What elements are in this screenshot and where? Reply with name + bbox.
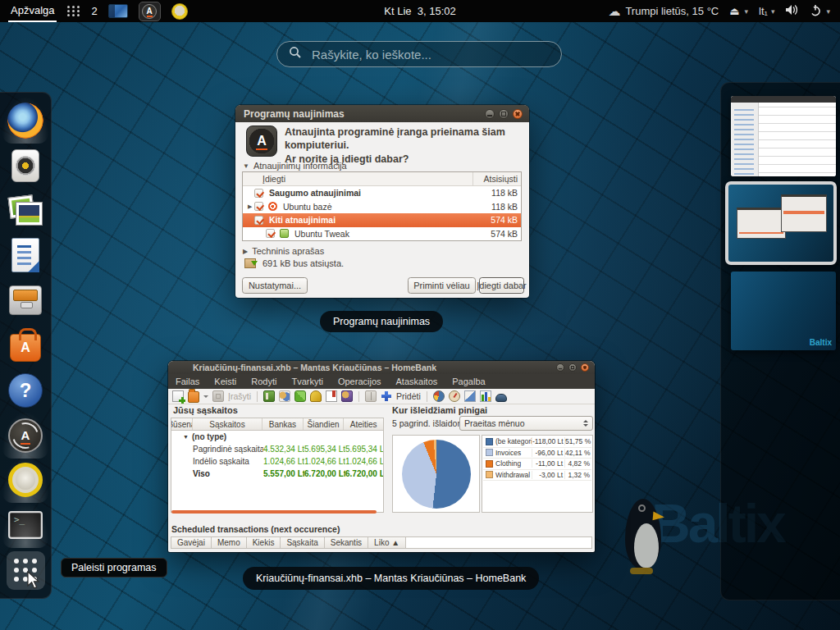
menu-pagalba[interactable]: Pagalba <box>445 377 492 386</box>
accounts-icon[interactable] <box>263 390 275 402</box>
column-download[interactable]: Atsisiųsti <box>473 172 521 185</box>
software-updater-window-icon[interactable]: A <box>139 2 161 21</box>
yellow-app-window-icon[interactable] <box>171 3 188 20</box>
spinner-arrows-icon[interactable] <box>583 418 588 429</box>
dock-item-baltix-one[interactable] <box>5 459 46 500</box>
power-menu[interactable]: ▾ <box>810 4 830 19</box>
add-transaction-label[interactable]: Pridėti <box>396 391 421 401</box>
add-transaction-icon[interactable] <box>381 390 392 402</box>
legend-row[interactable]: Invoices -96,00 Lt 42,11 % <box>483 448 591 459</box>
column-today[interactable]: Šiandien <box>304 418 345 430</box>
app-grid-icon[interactable] <box>67 6 80 16</box>
close-button[interactable] <box>581 363 589 372</box>
activities-button[interactable]: Apžvalga <box>8 0 57 22</box>
time-report-icon[interactable] <box>449 390 460 402</box>
update-row[interactable]: Ubuntu Tweak 574 kB <box>243 227 521 241</box>
column-account[interactable]: Sąskaita <box>281 537 324 548</box>
menu-keisti[interactable]: Keisti <box>207 377 244 386</box>
minimize-button[interactable] <box>485 109 495 119</box>
settings-button[interactable]: Nustatymai... <box>242 277 308 294</box>
payees-icon[interactable] <box>279 390 290 402</box>
checkbox-checked[interactable] <box>254 216 263 225</box>
checkbox-checked[interactable] <box>254 202 263 211</box>
menu-failas[interactable]: Failas <box>168 377 207 386</box>
dock-item-writer[interactable] <box>5 235 46 276</box>
bar-report-icon[interactable] <box>480 390 491 402</box>
account-group-row[interactable]: ▼(no type) <box>171 431 383 443</box>
dock-item-photos[interactable] <box>5 189 46 231</box>
show-register-icon[interactable] <box>365 390 377 402</box>
column-install[interactable]: Įdiegti <box>243 172 473 185</box>
column-accounts[interactable]: Sąskaitos <box>193 418 262 430</box>
maximize-button[interactable] <box>499 109 509 119</box>
dock-item-help[interactable]: ? <box>5 370 46 411</box>
vehicle-report-icon[interactable] <box>495 394 507 402</box>
menu-ataskaitos[interactable]: Ataskaitos <box>389 377 445 386</box>
horizontal-scrollbar[interactable] <box>171 510 377 514</box>
legend-row[interactable]: Withdrawal of cash -3,00 Lt 1,32 % <box>483 470 591 482</box>
save-icon[interactable] <box>212 390 224 402</box>
expander-closed-icon[interactable]: ▶ <box>248 203 254 210</box>
pie-chart[interactable] <box>402 440 471 509</box>
legend-row[interactable]: (be kategorijos) -118,00 Lt 51,75 % <box>483 436 591 448</box>
categories-icon[interactable] <box>294 390 306 402</box>
close-button[interactable] <box>513 109 523 119</box>
dock-item-firefox[interactable] <box>5 100 46 141</box>
account-row[interactable]: Indėlio sąskaita 1.024,66 Lt 1.024,66 Lt… <box>171 455 383 468</box>
new-file-icon[interactable] <box>172 390 184 402</box>
accounts-table[interactable]: Būsena Sąskaitos Bankas Šiandien Ateitie… <box>171 418 384 513</box>
open-file-icon[interactable] <box>188 391 199 403</box>
account-row[interactable]: Pagrindinė sąskaita 4.532,34 Lt 5.695,34… <box>171 443 383 455</box>
column-future[interactable]: Ateities <box>344 418 383 430</box>
menu-rodyti[interactable]: Rodyti <box>244 377 284 386</box>
trend-report-icon[interactable] <box>464 390 476 402</box>
volume-icon[interactable] <box>785 4 799 18</box>
legend-row[interactable]: Clothing -11,00 Lt 4,82 % <box>483 459 591 470</box>
tags-icon[interactable] <box>310 390 322 402</box>
checkbox-checked[interactable] <box>266 229 275 238</box>
updates-info-expander[interactable]: ▼ Atnaujinimų informacija <box>243 161 347 171</box>
dock-item-file-cabinet[interactable] <box>5 280 46 321</box>
clock[interactable]: Kt Lie 3, 15:02 <box>384 5 455 17</box>
pie-report-icon[interactable] <box>433 390 445 402</box>
update-row[interactable]: Saugumo atnaujinimai 118 kB <box>243 186 521 200</box>
remind-later-button[interactable]: Priminti vėliau <box>408 277 476 294</box>
workspace-thumbnail-2-selected[interactable] <box>725 181 837 265</box>
assignments-icon[interactable] <box>341 390 353 402</box>
workspace-indicator[interactable]: 2 <box>91 5 97 17</box>
column-remaining[interactable]: Liko ▲ <box>368 537 406 548</box>
dock-item-software-updater[interactable]: A <box>5 415 46 456</box>
updater-titlebar[interactable]: Programų naujinimas <box>235 105 529 122</box>
technical-description-expander[interactable]: ▶ Techninis aprašas <box>243 246 324 256</box>
column-memo[interactable]: Memo <box>212 537 247 548</box>
workspace-thumbnail-3[interactable]: Baltix <box>731 272 836 350</box>
column-bank[interactable]: Bankas <box>262 418 304 430</box>
keyboard-layout-menu[interactable]: lt₁ ▾ <box>759 5 774 17</box>
weather-indicator[interactable]: ☁ Trumpi lietūs, 15 °C <box>608 5 719 17</box>
column-amount[interactable]: Kiekis <box>247 537 281 548</box>
column-next[interactable]: Sekantis <box>325 537 368 548</box>
workspace-thumbnail-1[interactable] <box>731 96 836 176</box>
minimize-button[interactable] <box>556 363 564 372</box>
homebank-titlebar[interactable]: Kriaučiūnų-finansai.xhb – Mantas Kriauči… <box>168 361 595 374</box>
terminal-window-icon[interactable] <box>108 4 128 18</box>
search-input[interactable] <box>310 47 550 62</box>
menu-operacijos[interactable]: Operacijos <box>331 377 389 386</box>
update-row[interactable]: ▶ Ubuntu bazė 118 kB <box>243 200 521 214</box>
checkbox-checked[interactable] <box>254 189 263 198</box>
homebank-window[interactable]: Kriaučiūnų-finansai.xhb – Mantas Kriauči… <box>168 361 595 552</box>
maximize-button[interactable] <box>568 363 577 372</box>
archive-icon[interactable] <box>326 390 337 402</box>
open-dropdown-icon[interactable] <box>203 395 208 400</box>
removable-media-menu[interactable]: ⏏ ▾ <box>729 5 748 17</box>
menu-tvarkyti[interactable]: Tvarkyti <box>284 377 331 386</box>
dock-item-music-player[interactable] <box>5 145 46 186</box>
column-payees[interactable]: Gavėjai <box>171 537 212 548</box>
column-status[interactable]: Būsena <box>171 418 193 430</box>
period-select[interactable]: Praeitas mėnuo <box>459 416 593 431</box>
software-updater-window[interactable]: Programų naujinimas A Atnaujinta program… <box>235 105 529 298</box>
dock-item-terminal[interactable]: >_ <box>5 504 46 546</box>
dock-item-software-store[interactable]: A <box>5 325 46 366</box>
install-now-button[interactable]: Įdiegti dabar <box>479 277 524 294</box>
update-row-selected[interactable]: Kiti atnaujinimai 574 kB <box>243 213 521 227</box>
